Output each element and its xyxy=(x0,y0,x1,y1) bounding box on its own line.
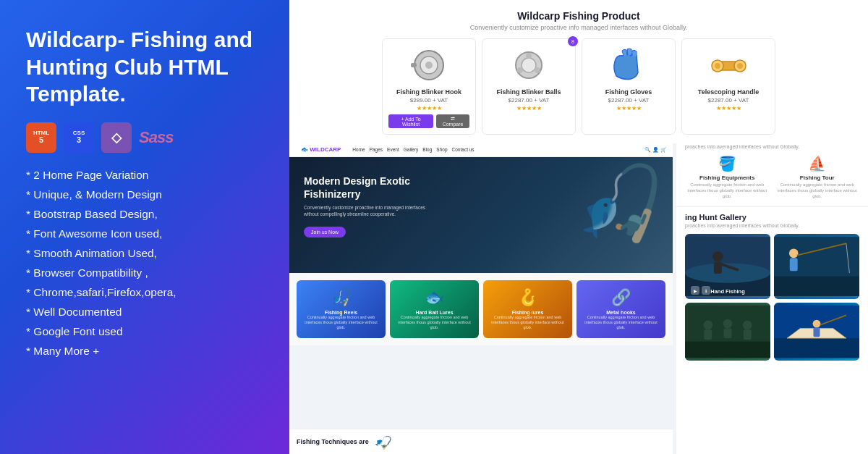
product-card-image xyxy=(500,45,558,85)
svg-point-22 xyxy=(789,249,799,258)
product-badge: 8 xyxy=(568,36,578,46)
product-card-name: Telescoping Handle xyxy=(688,88,769,96)
bootstrap-badge: ◇ xyxy=(101,122,132,153)
product-card-price: $2287.00 + VAT xyxy=(688,97,769,104)
service-item: ⛵ Fishing Tour Continually aggregate fri… xyxy=(775,155,860,199)
gallery-item-group xyxy=(685,303,770,361)
hunt-services-desc: proaches into averaged interfaces withou… xyxy=(685,144,859,149)
category-label: Fishing Reels xyxy=(300,310,382,315)
product-cards: Fishing Blinker Hook $289.00 + VAT ★★★★★… xyxy=(304,38,854,135)
hero-subtitle: Conveniently customize proactive into ma… xyxy=(304,204,434,217)
product-card-name: Fishing Blinker Balls xyxy=(488,88,569,96)
svg-point-31 xyxy=(743,321,752,330)
hero-cta-button[interactable]: Join us Now xyxy=(304,227,346,237)
product-card-price: $289.00 + VAT xyxy=(388,97,469,104)
svg-rect-35 xyxy=(774,338,859,358)
css-badge: CSS 3 xyxy=(64,122,94,153)
gallery-item-boat xyxy=(774,303,859,361)
category-card: 🪝 Fishing lures Continually aggregate fr… xyxy=(483,280,572,338)
svg-point-2 xyxy=(425,62,433,69)
svg-point-13 xyxy=(737,63,743,69)
product-card: Telescoping Handle $2287.00 + VAT ★★★★★ xyxy=(681,38,775,135)
category-card: 🎣 Fishing Reels Continually aggregate fr… xyxy=(297,280,386,338)
svg-rect-33 xyxy=(685,342,770,358)
svg-point-11 xyxy=(715,63,720,69)
category-card: 🔗 Metal hooks Continually aggregate fric… xyxy=(576,280,665,338)
info-icon: ℹ xyxy=(702,286,710,295)
left-panel: Wildcarp- Fishing and Hunting Club HTML … xyxy=(0,0,289,454)
feature-item: * Bootstrap Based Design, xyxy=(26,208,263,221)
svg-rect-21 xyxy=(774,277,859,296)
right-panel: Wildcarp Fishing Product Conveniently cu… xyxy=(289,0,868,454)
svg-point-7 xyxy=(535,67,540,73)
gallery-bg xyxy=(774,303,859,361)
svg-point-8 xyxy=(517,67,523,73)
gallery-grid: Hand Fishing ▶ ℹ xyxy=(685,234,859,361)
feature-item: * Well Documented xyxy=(26,306,263,319)
feature-item: * Unique, & Modern Design xyxy=(26,188,263,201)
svg-point-5 xyxy=(522,58,536,72)
svg-rect-23 xyxy=(790,258,798,272)
category-desc: Continually aggregate friction and web i… xyxy=(300,315,382,330)
google-font-item: * Google Font used xyxy=(26,325,263,338)
service-desc: Continually aggregate friction and web i… xyxy=(685,182,770,199)
category-label: Metal hooks xyxy=(580,310,662,315)
fishing-rod-icon: 🎣 xyxy=(373,432,393,452)
nav-logo: 🐟 WILDCARP xyxy=(301,146,341,153)
product-card: Fishing Gloves $2287.00 + VAT ★★★★★ xyxy=(582,38,676,135)
hero-section: Modern Design Exotic Fishinizerry Conven… xyxy=(289,157,673,273)
product-section-subtitle: Conveniently customize proactive info ma… xyxy=(304,24,854,31)
product-card-image xyxy=(600,45,658,85)
product-stars: ★★★★★ xyxy=(588,105,669,112)
product-card: Fishing Blinker Hook $289.00 + VAT ★★★★★… xyxy=(382,38,476,135)
service-name: Fishing Equipments xyxy=(685,175,770,181)
gallery-item-fishing xyxy=(774,234,859,299)
gallery-label: Hand Fishing xyxy=(710,288,745,295)
product-section-title: Wildcarp Fishing Product xyxy=(304,10,854,22)
category-desc: Continually aggregate friction and web i… xyxy=(487,315,569,330)
website-preview: Wildcarpfund@gmail.com ✆ +80100-069-765-… xyxy=(289,127,673,454)
category-icon: 🪝 xyxy=(518,288,537,307)
product-stars: ★★★★★ xyxy=(388,105,469,112)
gallery-item-hand-fishing: Hand Fishing ▶ ℹ xyxy=(685,234,770,299)
gallery-bg xyxy=(685,303,770,361)
category-icon: 🎣 xyxy=(331,288,351,307)
feature-item: * 2 Home Page Variation xyxy=(26,169,263,182)
service-name: Fishing Tour xyxy=(775,175,860,181)
right-side-panels: ing Hunt Services proaches into averaged… xyxy=(676,127,868,454)
product-card-name: Fishing Blinker Hook xyxy=(388,88,469,96)
product-section: Wildcarp Fishing Product Conveniently cu… xyxy=(289,0,868,143)
category-desc: Continually aggregate friction and web i… xyxy=(580,315,662,330)
add-to-wishlist-button[interactable]: + Add To Wishlist xyxy=(388,114,433,128)
gallery-bg xyxy=(774,234,859,299)
product-card-image xyxy=(400,45,458,85)
feature-item: * Font Awesome Icon used, xyxy=(26,227,263,240)
category-card: 🐟 Hard Bait Lures Continually aggregate … xyxy=(390,280,479,338)
svg-rect-37 xyxy=(813,328,820,337)
fishing-equipment-icon: 🪣 xyxy=(685,155,770,172)
hero-title: Modern Design Exotic Fishinizerry xyxy=(304,175,448,201)
gallery-play-btn: ▶ ℹ xyxy=(691,286,710,295)
service-item: 🪣 Fishing Equipments Continually aggrega… xyxy=(685,155,770,199)
product-card-price: $2287.00 + VAT xyxy=(488,97,569,104)
svg-point-17 xyxy=(712,252,723,263)
main-title: Wildcarp- Fishing and Hunting Club HTML … xyxy=(26,26,263,108)
gallery-subtitle: proaches into averaged interfaces withou… xyxy=(685,223,859,228)
product-card-actions: + Add To Wishlist ⇌ Compare xyxy=(388,114,469,128)
svg-point-29 xyxy=(723,319,733,329)
compare-button[interactable]: ⇌ Compare xyxy=(436,114,469,128)
techniques-title: Fishing Techniques are xyxy=(297,438,369,445)
product-card-image xyxy=(699,45,757,85)
feature-item: * Many More + xyxy=(26,345,263,358)
nav-links: Home Pages Event Gallery Blog Shop Conta… xyxy=(352,147,474,152)
category-icon: 🔗 xyxy=(611,288,631,307)
svg-rect-30 xyxy=(724,329,732,339)
fishing-tour-icon: ⛵ xyxy=(775,155,860,172)
svg-rect-28 xyxy=(704,330,712,340)
features-list: * 2 Home Page Variation * Unique, & Mode… xyxy=(26,169,263,358)
html-badge: HTML 5 xyxy=(26,122,56,153)
svg-rect-3 xyxy=(411,63,417,67)
product-stars: ★★★★★ xyxy=(688,105,769,112)
svg-point-36 xyxy=(813,320,821,328)
gallery-section: ing Hunt Gallery proaches into averaged … xyxy=(676,207,868,454)
